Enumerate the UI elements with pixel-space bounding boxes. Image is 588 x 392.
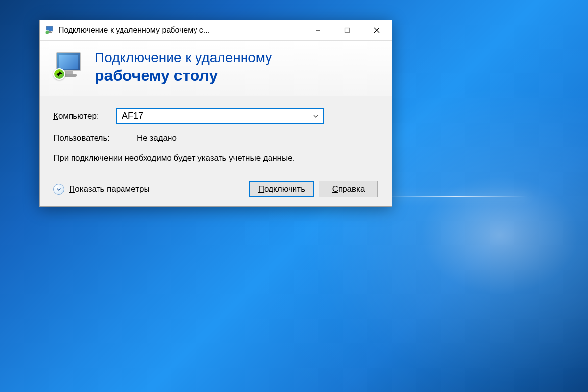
content-area: Компьютер: Пользователь: Не задано При п… <box>40 96 392 207</box>
rdp-monitor-icon <box>53 51 85 83</box>
svg-point-3 <box>45 30 49 34</box>
computer-input[interactable] <box>122 111 311 121</box>
maximize-button[interactable] <box>333 20 362 40</box>
show-options-label: Показать параметры <box>69 184 150 194</box>
help-button[interactable]: Справка <box>319 181 378 197</box>
minimize-button[interactable] <box>303 20 333 40</box>
computer-label: Компьютер: <box>53 111 116 121</box>
footer: Показать параметры Подключить Справка <box>53 178 378 197</box>
chevron-down-circle-icon <box>53 184 64 195</box>
rdp-dialog: Подключение к удаленному рабочему с... П… <box>39 20 392 207</box>
connect-button[interactable]: Подключить <box>249 181 314 197</box>
app-icon <box>45 25 54 35</box>
header-panel: Подключение к удаленному рабочему столу <box>40 41 392 96</box>
close-button[interactable] <box>362 20 392 40</box>
window-controls <box>303 20 392 40</box>
user-value: Не задано <box>137 133 177 143</box>
user-row: Пользователь: Не задано <box>53 133 378 143</box>
user-label: Пользователь: <box>53 133 137 143</box>
titlebar[interactable]: Подключение к удаленному рабочему с... <box>40 20 392 41</box>
header-text: Подключение к удаленному рабочему столу <box>95 49 272 85</box>
computer-row: Компьютер: <box>53 108 378 124</box>
header-line-2: рабочему столу <box>95 66 272 85</box>
svg-rect-5 <box>345 28 350 32</box>
show-options-link[interactable]: Показать параметры <box>53 184 150 195</box>
chevron-down-icon[interactable] <box>311 113 320 119</box>
header-line-1: Подключение к удаленному <box>95 49 272 66</box>
window-title: Подключение к удаленному рабочему с... <box>58 26 303 35</box>
info-text: При подключении необходимо будет указать… <box>53 152 378 165</box>
computer-combobox[interactable] <box>116 108 324 124</box>
